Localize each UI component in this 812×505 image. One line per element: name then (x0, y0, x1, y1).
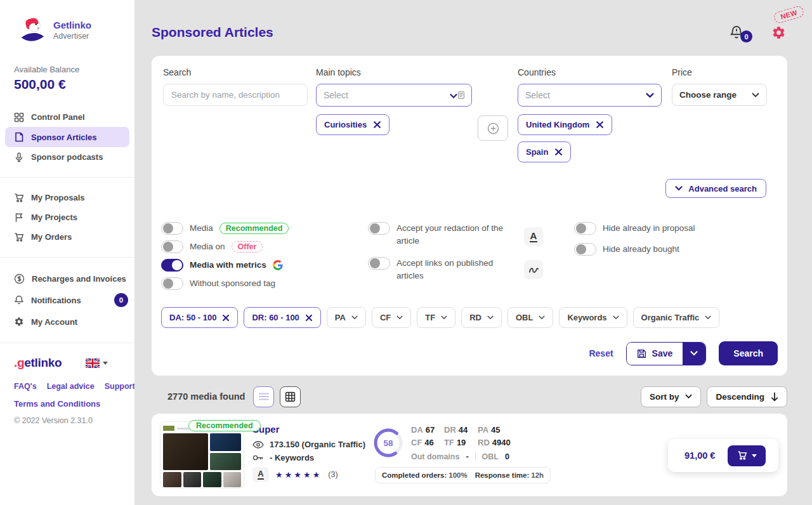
sidebar-item-control-panel[interactable]: Control Panel (0, 107, 134, 127)
cart-icon (737, 450, 747, 461)
search-submit-button[interactable]: Search (719, 341, 778, 365)
sidebar-item-my-orders[interactable]: My Orders (0, 227, 134, 247)
chevron-down-icon (351, 315, 358, 320)
add-to-cart-button[interactable] (728, 445, 766, 466)
seller-stats-pill: Completed orders:100% Response time:12h (375, 467, 551, 483)
metric-chip-rd[interactable]: RD (461, 307, 502, 328)
sidebar-item-my-account[interactable]: My Account (0, 311, 134, 332)
star-icon: ★ (285, 470, 294, 480)
language-selector[interactable] (86, 358, 108, 368)
metric-chip-pa[interactable]: PA (327, 307, 366, 328)
footer-links: FAQ's Legal advice Support (14, 381, 134, 391)
header-settings-button[interactable]: NEW (771, 25, 786, 40)
main-topics-select[interactable]: Select (316, 84, 472, 107)
uk-flag-icon (86, 358, 100, 368)
cart-icon (14, 193, 24, 203)
search-input[interactable] (163, 84, 308, 106)
chevron-down-icon (487, 315, 494, 320)
sidebar-item-label: Recharges and Invoices (32, 274, 126, 284)
balance-value: 500,00 € (14, 77, 134, 92)
media-title[interactable]: Super (252, 424, 365, 435)
close-icon[interactable] (373, 121, 381, 129)
price-range-select[interactable]: Choose range (672, 84, 767, 106)
list-view-button[interactable] (253, 386, 274, 407)
main-content: Sponsored Articles 0 (135, 0, 812, 505)
country-chip-united-kingdom[interactable]: United Kingdom (518, 114, 612, 135)
sidebar-item-my-projects[interactable]: My Projects (0, 207, 134, 227)
sort-direction-button[interactable]: Descending (707, 386, 787, 407)
media-card: Recommended Super (152, 414, 787, 496)
sidebar-item-label: Sponsor Articles (31, 133, 97, 142)
sidebar-item-notifications[interactable]: Notifications 0 (0, 289, 134, 311)
toggle-hide-in-proposal[interactable] (574, 222, 596, 235)
metric-chip-keywords[interactable]: Keywords (559, 307, 627, 328)
toggle-media-with-metrics[interactable] (161, 259, 183, 272)
chevron-down-icon (752, 93, 759, 98)
save-button[interactable]: Save (627, 343, 683, 365)
app-root: Getlinko Advertiser Available Balance 50… (0, 0, 812, 505)
support-link[interactable]: Support (105, 382, 135, 391)
toggle-hide-bought[interactable] (574, 243, 596, 256)
brand-row: Getlinko Advertiser (0, 0, 134, 43)
save-dropdown-button[interactable] (683, 343, 705, 365)
divider (475, 452, 476, 461)
sidebar-item-my-proposals[interactable]: My Proposals (0, 188, 134, 207)
recommended-badge: Recommended (219, 223, 289, 234)
out-domains-label: Out domains (411, 452, 459, 461)
list-view-icon (258, 392, 270, 401)
countries-select[interactable]: Select (518, 84, 662, 107)
rating-stars: ★★★★★ (275, 470, 322, 480)
toggle-media-on-offer[interactable] (161, 240, 183, 253)
toggle-accept-redaction[interactable] (368, 222, 390, 235)
bell-icon (14, 295, 24, 305)
close-icon[interactable] (596, 121, 604, 129)
rating-count: (3) (328, 470, 337, 479)
new-badge: NEW (773, 4, 804, 23)
save-split-button: Save (626, 342, 707, 365)
metric-chip-cf[interactable]: CF (372, 307, 411, 328)
chevron-down-icon (685, 394, 692, 399)
toggle-media-recommended[interactable] (161, 222, 183, 235)
sidebar-item-sponsor-articles[interactable]: Sponsor Articles (5, 127, 129, 147)
metric-chip-tf[interactable]: TF (417, 307, 455, 328)
metric-chip-organic-traffic[interactable]: Organic Traffic (633, 307, 720, 328)
country-chip-spain[interactable]: Spain (518, 141, 571, 162)
close-icon[interactable] (305, 314, 313, 322)
star-icon: ★ (303, 470, 313, 480)
sidebar-item-recharges[interactable]: Recharges and Invoices (0, 268, 134, 289)
main-topics-label: Main topics (316, 67, 472, 77)
sort-by-button[interactable]: Sort by (641, 386, 702, 407)
score-gauge: 58 (373, 428, 403, 458)
close-icon[interactable] (222, 314, 230, 322)
header-notifications-button[interactable]: 0 (730, 25, 743, 40)
toggle-accept-links[interactable] (368, 257, 390, 270)
grid-view-button[interactable] (280, 386, 301, 407)
metric-chip-dr[interactable]: DR: 60 - 100 (244, 307, 320, 328)
terms-link[interactable]: Terms and Conditions (14, 399, 134, 409)
sidebar-menu-mid: My Proposals My Projects My Orders (0, 188, 134, 247)
recommended-badge: Recommended (188, 420, 261, 431)
sidebar-item-sponsor-podcasts[interactable]: Sponsor podcasts (0, 147, 134, 167)
faqs-link[interactable]: FAQ's (14, 382, 37, 391)
sidebar-divider (0, 177, 134, 178)
toggle-filters: Media Recommended Media on Offer Media w… (161, 222, 775, 298)
legal-advice-link[interactable]: Legal advice (47, 382, 95, 391)
chevron-down-icon (705, 315, 711, 320)
results-bar: 2770 media found Sort by (152, 386, 787, 407)
keywords-value: - Keywords (270, 453, 314, 462)
metric-rd: RD4940 (478, 438, 528, 447)
advanced-search-button[interactable]: Advanced search (665, 179, 766, 198)
reset-button[interactable]: Reset (589, 348, 613, 358)
response-time-value: 12h (531, 471, 544, 479)
search-label: Search (163, 67, 308, 77)
add-topic-button[interactable] (478, 115, 508, 141)
metric-chip-da[interactable]: DA: 50 - 100 (161, 307, 238, 328)
topic-chip-curiosities[interactable]: Curiosities (316, 114, 390, 135)
toggle-without-sponsored-tag[interactable] (161, 277, 183, 290)
sidebar: Getlinko Advertiser Available Balance 50… (0, 0, 135, 505)
close-icon[interactable] (554, 148, 563, 156)
obl-label: OBL (482, 452, 499, 461)
price-range-value: Choose range (679, 90, 737, 100)
price-filter: Price Choose range (672, 67, 767, 106)
metric-chip-obl[interactable]: OBL (508, 307, 553, 328)
